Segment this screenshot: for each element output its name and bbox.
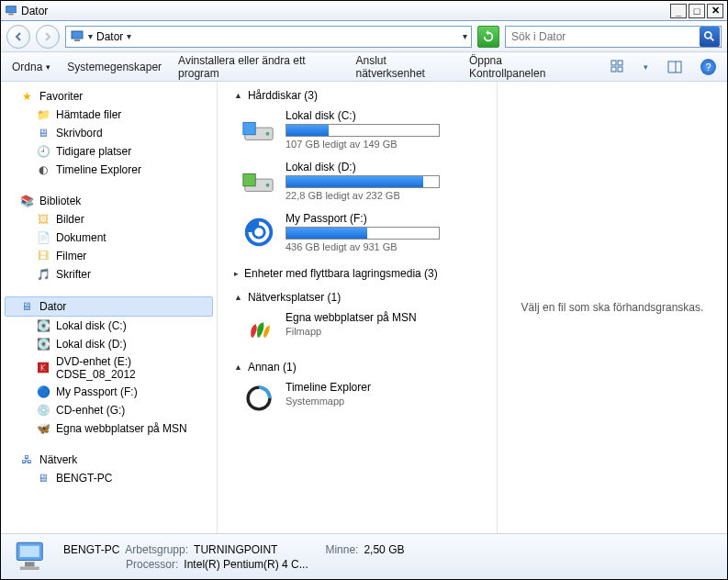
computer-icon: 🖥	[19, 299, 34, 314]
svg-rect-23	[25, 562, 35, 566]
navbar: ▾ Dator ▾ ▾	[1, 21, 727, 52]
breadcrumb[interactable]: ▾ Dator ▾ ▾	[65, 26, 472, 48]
group-netloc-header[interactable]: ▲Nätverksplatser (1)	[218, 289, 497, 306]
dvd-icon: 🅺	[36, 361, 50, 375]
search-box[interactable]	[505, 26, 722, 48]
computer-icon	[12, 539, 50, 575]
drive-item[interactable]: Lokal disk (D:) 22,8 GB ledigt av 232 GB	[218, 155, 497, 206]
usage-bar	[286, 175, 440, 188]
breadcrumb-label[interactable]: Dator	[96, 30, 123, 43]
drive-free-space: 22,8 GB ledigt av 232 GB	[286, 190, 480, 201]
disk-icon: 💽	[36, 318, 50, 333]
sidebar-item-music[interactable]: 🎵Skrifter	[1, 265, 217, 284]
document-icon: 📄	[36, 230, 50, 245]
system-properties-button[interactable]: Systemegenskaper	[67, 61, 162, 73]
titlebar: Dator _ □ ✕	[1, 1, 727, 21]
svg-rect-24	[20, 566, 39, 570]
sidebar-item-documents[interactable]: 📄Dokument	[1, 229, 217, 247]
minimize-button[interactable]: _	[670, 4, 687, 18]
svg-rect-22	[20, 545, 39, 556]
desktop-icon: 🖥	[36, 126, 50, 140]
maximize-button[interactable]: □	[689, 4, 705, 18]
external-disk-icon	[241, 215, 276, 250]
sidebar-item-recent[interactable]: 🕘Tidigare platser	[1, 142, 217, 161]
back-button[interactable]	[6, 25, 30, 49]
help-button[interactable]: ?	[700, 59, 716, 75]
navigation-pane[interactable]: ★ Favoriter 📁Hämtade filer 🖥Skrivbord 🕘T…	[1, 82, 218, 533]
sidebar-item-timeline[interactable]: ◐Timeline Explorer	[1, 161, 217, 179]
chevron-down-icon[interactable]: ▾	[644, 62, 648, 72]
cd-icon: 💿	[36, 403, 50, 418]
sidebar-item-passport[interactable]: 🔵My Passport (F:)	[1, 383, 217, 401]
expand-icon: ▲	[234, 362, 242, 372]
svg-rect-2	[72, 31, 83, 39]
search-input[interactable]	[506, 30, 699, 43]
content-pane[interactable]: ▲Hårddiskar (3) Lokal disk (C:) 107 GB l…	[218, 82, 498, 533]
disk-icon: 💽	[36, 337, 50, 351]
sidebar-item-drive-c[interactable]: 💽Lokal disk (C:)	[1, 317, 217, 335]
other-item[interactable]: Timeline Explorer Systemmapp	[218, 375, 497, 421]
chevron-down-icon[interactable]: ▾	[88, 31, 93, 41]
breadcrumb-dropdown[interactable]: ▾	[463, 31, 467, 41]
sidebar-item-downloads[interactable]: 📁Hämtade filer	[1, 106, 217, 124]
sidebar-item-pictures[interactable]: 🖼Bilder	[1, 210, 217, 229]
svg-rect-6	[611, 61, 616, 65]
svg-point-4	[705, 31, 711, 38]
drive-name: Lokal disk (D:)	[286, 161, 480, 173]
status-memory: 2,50 GB	[364, 543, 404, 556]
item-name: Timeline Explorer	[286, 381, 480, 394]
libraries-header[interactable]: 📚 Bibliotek	[1, 192, 217, 210]
usage-bar	[286, 124, 440, 137]
computer-header[interactable]: 🖥 Dator	[5, 296, 213, 317]
sidebar-item-videos[interactable]: 🎞Filmer	[1, 247, 217, 265]
map-network-drive-button[interactable]: Anslut nätverksenhet	[356, 54, 453, 80]
search-button[interactable]	[700, 27, 720, 47]
status-pc-name: BENGT-PC	[63, 543, 119, 556]
sidebar-item-desktop[interactable]: 🖥Skrivbord	[1, 124, 217, 142]
close-button[interactable]: ✕	[707, 4, 723, 18]
svg-rect-3	[74, 39, 80, 41]
group-hdd-header[interactable]: ▲Hårddiskar (3)	[218, 87, 497, 104]
favorites-header[interactable]: ★ Favoriter	[1, 87, 217, 106]
status-processor: Intel(R) Pentium(R) 4 C...	[184, 558, 308, 571]
drive-item[interactable]: My Passport (F:) 436 GB ledigt av 931 GB	[218, 206, 497, 258]
disk-icon	[241, 163, 276, 198]
netloc-item[interactable]: Egna webbplatser på MSN Filmapp	[218, 306, 497, 351]
external-disk-icon: 🔵	[36, 385, 50, 399]
sidebar-item-bengt-pc[interactable]: 🖥BENGT-PC	[1, 469, 217, 487]
group-removable-header[interactable]: ▸Enheter med flyttbara lagringsmedia (3)	[218, 265, 497, 282]
group-other-header[interactable]: ▲Annan (1)	[218, 359, 497, 375]
svg-rect-14	[243, 122, 255, 134]
video-icon: 🎞	[36, 249, 50, 263]
organize-button[interactable]: Ordna▾	[12, 61, 50, 73]
item-kind: Systemmapp	[286, 396, 480, 407]
sidebar-item-msn[interactable]: 🦋Egna webbplatser på MSN	[1, 419, 217, 438]
msn-icon: 🦋	[36, 421, 50, 436]
sidebar-item-cd[interactable]: 💿CD-enhet (G:)	[1, 401, 217, 419]
window-title: Dator	[21, 5, 670, 17]
item-kind: Filmapp	[286, 326, 480, 337]
uninstall-button[interactable]: Avinstallera eller ändra ett program	[178, 54, 339, 80]
drive-item[interactable]: Lokal disk (C:) 107 GB ledigt av 149 GB	[218, 104, 497, 155]
control-panel-button[interactable]: Öppna Kontrollpanelen	[469, 54, 575, 80]
view-button[interactable]	[608, 57, 627, 77]
network-icon: 🖧	[19, 452, 34, 467]
drive-free-space: 436 GB ledigt av 931 GB	[286, 241, 480, 252]
svg-line-5	[711, 37, 714, 40]
sidebar-item-drive-d[interactable]: 💽Lokal disk (D:)	[1, 335, 217, 353]
status-memory-label: Minne:	[325, 543, 358, 556]
sidebar-item-dvd[interactable]: 🅺DVD-enhet (E:) CDSE_08_2012	[1, 353, 217, 383]
usage-bar	[286, 227, 440, 240]
chevron-down-icon[interactable]: ▾	[127, 31, 131, 41]
svg-rect-10	[668, 61, 681, 72]
forward-button[interactable]	[36, 25, 60, 49]
network-header[interactable]: 🖧 Nätverk	[1, 451, 217, 469]
expand-icon: ▲	[234, 293, 242, 302]
computer-icon	[5, 5, 17, 17]
star-icon: ★	[19, 89, 34, 104]
preview-pane-button[interactable]	[665, 57, 684, 77]
library-icon: 📚	[19, 194, 34, 208]
refresh-button[interactable]	[477, 26, 499, 48]
preview-pane: Välj en fil som ska förhandsgranskas.	[498, 82, 727, 533]
item-name: Egna webbplatser på MSN	[286, 311, 480, 324]
